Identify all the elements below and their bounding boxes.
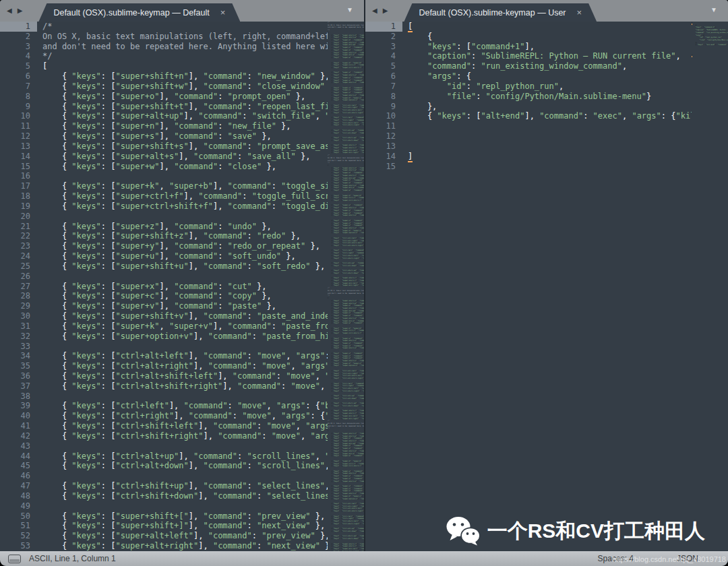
code-area-left[interactable]: /*On OS X, basic text manipulations (lef… [37, 22, 328, 551]
indentation-status[interactable]: Spaces: 4 [598, 554, 634, 563]
tab-nav-arrows: ◀ ▶ [7, 7, 22, 14]
tab-scroll-left-icon[interactable]: ◀ [372, 7, 377, 14]
tab-scroll-left-icon[interactable]: ◀ [7, 7, 12, 14]
line-numbers-right: 123456789101112131415 [365, 22, 402, 551]
editor-right: 123456789101112131415 [ { "keys": ["comm… [365, 22, 728, 551]
tab-scroll-right-icon[interactable]: ▶ [383, 7, 388, 14]
code-area-right[interactable]: [ { "keys": ["command+1"], "caption": "S… [402, 22, 692, 551]
tab-overflow-icon[interactable]: ▼ [346, 7, 353, 13]
tab-default-osx-keymap-default[interactable]: Default (OSX).sublime-keymap — Default × [38, 3, 240, 22]
tab-nav-arrows: ◀ ▶ [372, 7, 388, 14]
tab-overflow-icon[interactable]: ▼ [710, 7, 717, 13]
status-bar: ASCII, Line 1, Column 1 Spaces: 4 JSON [0, 551, 728, 566]
sublime-text-window: ◀ ▶ Default (OSX).sublime-keymap — Defau… [0, 0, 728, 566]
pane-default-keymap: ◀ ▶ Default (OSX).sublime-keymap — Defau… [0, 0, 364, 551]
editor-left: 1234567891011121314151617181920212223242… [0, 22, 364, 551]
close-tab-icon[interactable]: × [577, 8, 582, 17]
minimap-left[interactable]: /*On OS X, basic text manipulations (lef… [328, 22, 364, 551]
tab-title: Default (OSX).sublime-keymap — Default [53, 8, 209, 18]
editor-panes: ◀ ▶ Default (OSX).sublime-keymap — Defau… [0, 0, 728, 551]
tab-title: Default (OSX).sublime-keymap — User [419, 8, 566, 18]
minimap-right[interactable]: [ { "keys": ["command+1"], "caption": "S… [692, 22, 728, 551]
pane-user-keymap: ◀ ▶ Default (OSX).sublime-keymap — User … [364, 0, 728, 551]
tab-default-osx-keymap-user[interactable]: Default (OSX).sublime-keymap — User × [404, 3, 597, 22]
tabbar-right: ◀ ▶ Default (OSX).sublime-keymap — User … [365, 0, 728, 22]
close-tab-icon[interactable]: × [220, 8, 226, 17]
caret-position-status: ASCII, Line 1, Column 1 [29, 554, 116, 563]
panel-toggle-icon[interactable] [8, 555, 21, 563]
line-numbers-left: 1234567891011121314151617181920212223242… [0, 22, 37, 551]
tabbar-left: ◀ ▶ Default (OSX).sublime-keymap — Defau… [0, 0, 364, 22]
tab-scroll-right-icon[interactable]: ▶ [18, 7, 23, 14]
syntax-status[interactable]: JSON [677, 554, 698, 563]
